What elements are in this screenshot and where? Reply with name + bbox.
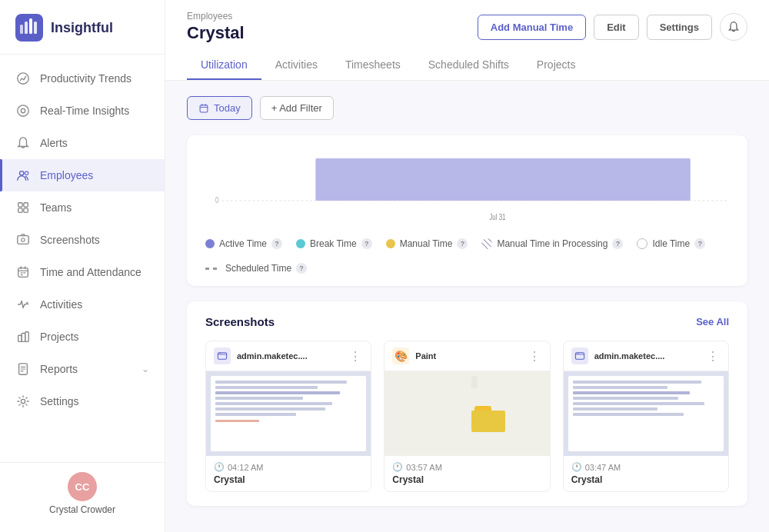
add-filter-label: + Add Filter bbox=[271, 102, 322, 114]
screenshot-footer-2: 🕐 03:57 AM Crystal bbox=[384, 456, 549, 491]
legend-break-time: Break Time ? bbox=[296, 238, 372, 249]
time-value-1: 04:12 AM bbox=[228, 463, 263, 472]
svg-rect-10 bbox=[18, 203, 22, 207]
screenshot-time-1: 🕐 04:12 AM bbox=[214, 462, 363, 472]
legend-dot-processing bbox=[481, 238, 492, 249]
realtime-icon bbox=[15, 103, 31, 118]
tab-scheduled-shifts[interactable]: Scheduled Shifts bbox=[414, 51, 523, 80]
screenshot-user-2: Crystal bbox=[392, 474, 541, 485]
sidebar-item-alerts[interactable]: Alerts bbox=[0, 127, 165, 159]
breadcrumb: Employees bbox=[187, 11, 245, 22]
legend-processing-label: Manual Time in Processing bbox=[497, 238, 608, 249]
screenshot-card-2: 🎨 Paint ⋮ bbox=[384, 341, 550, 492]
app-logo-icon bbox=[15, 14, 43, 42]
settings-button[interactable]: Settings bbox=[647, 15, 712, 40]
svg-text:Jul 31: Jul 31 bbox=[489, 212, 505, 222]
page-header: Employees Crystal bbox=[187, 11, 245, 43]
teams-icon bbox=[15, 200, 31, 215]
tab-activities[interactable]: Activities bbox=[261, 51, 331, 80]
sidebar-item-projects[interactable]: Projects bbox=[0, 321, 165, 353]
page-title: Crystal bbox=[187, 23, 245, 43]
sidebar-logo: Insightful bbox=[0, 0, 165, 55]
sidebar-footer: CC Crystal Crowder bbox=[0, 462, 165, 524]
topbar-actions: Add Manual Time Edit Settings bbox=[478, 13, 747, 41]
help-icon-active[interactable]: ? bbox=[271, 238, 282, 249]
svg-rect-11 bbox=[24, 203, 28, 207]
sidebar-item-reports[interactable]: Reports ⌄ bbox=[0, 353, 165, 385]
today-filter-button[interactable]: Today bbox=[187, 96, 252, 120]
sidebar-item-time-attendance[interactable]: Time and Attendance bbox=[0, 256, 165, 288]
topbar: Employees Crystal Add Manual Time Edit S… bbox=[165, 0, 769, 81]
svg-point-28 bbox=[219, 353, 220, 354]
app-name-3: admin.maketec.... bbox=[594, 351, 699, 361]
today-label: Today bbox=[214, 102, 241, 114]
screenshot-time-3: 🕐 03:47 AM bbox=[571, 462, 721, 472]
app-name-2: Paint bbox=[415, 351, 520, 361]
time-icon bbox=[15, 264, 31, 280]
filter-bar: Today + Add Filter bbox=[187, 96, 747, 120]
screenshot-thumb-2 bbox=[384, 371, 549, 456]
avatar: CC bbox=[68, 472, 97, 501]
svg-point-7 bbox=[21, 108, 25, 112]
chart-legend: Active Time ? Break Time ? Manual Time ?… bbox=[205, 238, 729, 274]
svg-point-32 bbox=[578, 353, 578, 354]
chevron-down-icon: ⌄ bbox=[141, 364, 149, 374]
tab-utilization[interactable]: Utilization bbox=[187, 51, 261, 80]
legend-dot-manual bbox=[386, 239, 395, 248]
help-icon-manual[interactable]: ? bbox=[457, 238, 468, 249]
legend-dot-break bbox=[296, 239, 305, 248]
screenshots-icon bbox=[15, 232, 31, 248]
screenshots-grid: admin.maketec.... ⋮ bbox=[205, 341, 729, 492]
screenshot-user-1: Crystal bbox=[214, 474, 363, 485]
people-icon bbox=[15, 168, 31, 183]
app-name-1: admin.maketec.... bbox=[237, 351, 341, 361]
svg-rect-2 bbox=[25, 22, 28, 34]
svg-point-31 bbox=[577, 353, 578, 354]
tab-timesheets[interactable]: Timesheets bbox=[331, 51, 414, 80]
add-manual-time-button[interactable]: Add Manual Time bbox=[478, 15, 586, 40]
app-icon-browser-3 bbox=[571, 347, 588, 364]
alerts-icon bbox=[15, 135, 31, 151]
tab-projects[interactable]: Projects bbox=[523, 51, 590, 80]
chart-area: 0 Jul 31 bbox=[205, 151, 729, 228]
app-icon-paint: 🎨 bbox=[392, 347, 409, 364]
add-filter-button[interactable]: + Add Filter bbox=[260, 96, 334, 120]
sidebar-item-productivity-trends[interactable]: Productivity Trends bbox=[0, 62, 165, 95]
svg-rect-14 bbox=[18, 236, 28, 244]
legend-dot-idle bbox=[637, 238, 647, 249]
svg-point-8 bbox=[20, 171, 24, 175]
app-icon-browser-1 bbox=[214, 347, 231, 364]
svg-rect-12 bbox=[18, 208, 22, 212]
svg-rect-16 bbox=[18, 268, 28, 278]
svg-point-9 bbox=[25, 171, 28, 175]
sidebar-item-activities[interactable]: Activities bbox=[0, 288, 165, 321]
screenshot-header-2: 🎨 Paint ⋮ bbox=[384, 341, 549, 371]
svg-point-15 bbox=[22, 238, 25, 242]
edit-button[interactable]: Edit bbox=[594, 15, 639, 40]
screenshot-time-2: 🕐 03:57 AM bbox=[392, 462, 541, 472]
screenshots-section: Screenshots See All admin.maketec.... ⋮ bbox=[187, 301, 747, 506]
tabs-bar: Utilization Activities Timesheets Schedu… bbox=[187, 51, 747, 80]
help-icon-processing[interactable]: ? bbox=[612, 238, 623, 249]
screenshot-menu-3[interactable]: ⋮ bbox=[705, 349, 721, 364]
settings-icon bbox=[15, 394, 31, 409]
app-name: Insightful bbox=[51, 20, 113, 36]
sidebar-item-settings[interactable]: Settings bbox=[0, 385, 165, 417]
svg-rect-3 bbox=[29, 18, 32, 34]
help-icon-break[interactable]: ? bbox=[361, 238, 372, 249]
sidebar-item-real-time-insights[interactable]: Real-Time Insights bbox=[0, 95, 165, 127]
projects-icon bbox=[15, 329, 31, 344]
screenshot-menu-2[interactable]: ⋮ bbox=[527, 349, 542, 364]
help-icon-idle[interactable]: ? bbox=[694, 238, 705, 249]
notification-button[interactable] bbox=[720, 13, 747, 41]
sidebar-item-teams[interactable]: Teams bbox=[0, 191, 165, 224]
svg-rect-25 bbox=[315, 158, 690, 201]
svg-point-29 bbox=[221, 353, 221, 354]
legend-scheduled-label: Scheduled Time bbox=[225, 263, 291, 274]
help-icon-scheduled[interactable]: ? bbox=[296, 263, 307, 274]
screenshot-menu-1[interactable]: ⋮ bbox=[348, 349, 363, 364]
sidebar-item-screenshots[interactable]: Screenshots bbox=[0, 224, 165, 256]
see-all-link[interactable]: See All bbox=[696, 316, 729, 328]
clock-icon-3: 🕐 bbox=[571, 462, 582, 472]
sidebar-item-employees[interactable]: Employees bbox=[0, 159, 165, 191]
